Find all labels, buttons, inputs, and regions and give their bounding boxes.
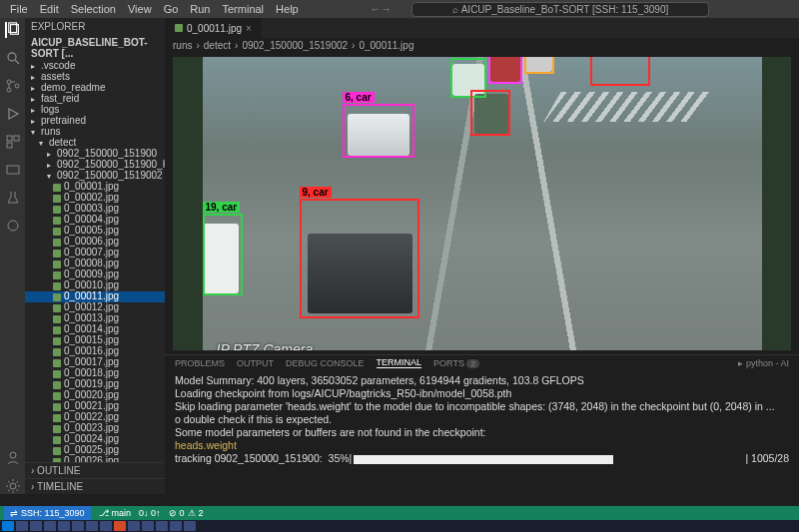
detection-box [590,57,650,86]
bottom-panel: PROBLEMS OUTPUT DEBUG CONSOLE TERMINAL P… [165,354,799,494]
detection-box: 9, car [300,199,419,318]
svg-marker-7 [9,109,18,119]
windows-taskbar [0,520,799,532]
taskbar-item[interactable] [2,521,14,531]
misc-icon[interactable] [5,218,21,234]
outline-section[interactable]: › OUTLINE [25,462,165,478]
extensions-icon[interactable] [5,134,21,150]
tab-ports[interactable]: PORTS 2 [433,358,479,368]
svg-rect-10 [7,143,12,148]
remote-indicator[interactable]: ⇌ SSH: 115_3090 [4,506,91,520]
svg-point-12 [8,221,18,231]
command-search[interactable]: ⌕ AICUP_Baseline_BoT-SORT [SSH: 115_3090… [411,2,709,17]
image-preview: 2022-09-02 1... IP PTZ Camera 9, car6, c… [173,57,791,350]
menu-help[interactable]: Help [270,3,305,15]
menu-bar: File Edit Selection View Go Run Terminal… [0,0,799,18]
svg-point-14 [10,483,16,489]
svg-point-4 [7,80,11,84]
terminal-output[interactable]: Model Summary: 400 layers, 36503052 para… [165,370,799,494]
camera-label: IP PTZ Camera [217,341,314,350]
debug-icon[interactable] [5,106,21,122]
detection-box: 19, car [203,214,243,295]
editor-tabs: 0_00011.jpg × [165,18,799,38]
explorer-sidebar: EXPLORER AICUP_BASELINE_BOT-SORT [... .v… [25,18,165,494]
status-bar: ⇌ SSH: 115_3090 ⎇ main 0↓ 0↑ ⊘ 0 ⚠ 2 [0,506,799,520]
taskbar-item[interactable] [30,521,42,531]
sync-indicator[interactable]: 0↓ 0↑ [139,508,161,518]
detection-label: 9, car [300,187,332,198]
menu-edit[interactable]: Edit [34,3,65,15]
file-tree: .vscodeassetsdemo_readmefast_reidlogspre… [25,61,165,462]
detection-label: 6, car [343,92,375,103]
svg-line-3 [15,60,19,64]
nav-back-icon[interactable]: ← [370,3,381,15]
tab-output[interactable]: OUTPUT [237,358,274,368]
menu-run[interactable]: Run [184,3,216,15]
tab-debug[interactable]: DEBUG CONSOLE [286,358,365,368]
detection-box: 20, car [488,57,522,84]
taskbar-item[interactable] [184,521,196,531]
files-icon[interactable] [5,22,21,38]
svg-point-6 [15,84,19,88]
menu-go[interactable]: Go [158,3,185,15]
tab-problems[interactable]: PROBLEMS [175,358,225,368]
breadcrumb[interactable]: runs›detect›0902_150000_1519002›0_00011.… [165,38,799,53]
detection-box: 18, car [524,57,554,74]
close-icon[interactable]: × [246,23,252,34]
detection-image: 2022-09-02 1... IP PTZ Camera 9, car6, c… [203,57,762,350]
nav-forward-icon[interactable]: → [381,3,392,15]
panel-tabs: PROBLEMS OUTPUT DEBUG CONSOLE TERMINAL P… [165,355,799,370]
project-header[interactable]: AICUP_BASELINE_BOT-SORT [... [25,35,165,61]
svg-rect-9 [14,136,19,141]
beaker-icon[interactable] [5,190,21,206]
menu-terminal[interactable]: Terminal [217,3,271,15]
branch-indicator[interactable]: ⎇ main [99,508,132,518]
taskbar-item[interactable] [72,521,84,531]
detection-label: 19, car [203,202,241,213]
scm-icon[interactable] [5,78,21,94]
menu-file[interactable]: File [4,3,34,15]
crosswalk [543,92,710,122]
svg-point-5 [7,88,11,92]
gear-icon[interactable] [5,478,21,494]
taskbar-item[interactable] [142,521,154,531]
svg-point-13 [10,452,16,458]
taskbar-item[interactable] [58,521,70,531]
account-icon[interactable] [5,450,21,466]
search-icon[interactable] [5,50,21,66]
taskbar-item[interactable] [128,521,140,531]
taskbar-item[interactable] [44,521,56,531]
taskbar-item[interactable] [170,521,182,531]
detection-box: 6, car [343,104,414,158]
image-file-icon [175,24,183,32]
taskbar-item[interactable] [16,521,28,531]
tab-label: 0_00011.jpg [187,23,242,34]
tab-terminal[interactable]: TERMINAL [377,357,422,368]
remote-icon[interactable] [5,162,21,178]
folder-item[interactable]: runs [25,127,165,138]
tab-active[interactable]: 0_00011.jpg × [165,18,263,38]
editor-area: 0_00011.jpg × runs›detect›0902_150000_15… [165,18,799,494]
svg-rect-11 [7,166,19,174]
taskbar-item[interactable] [100,521,112,531]
svg-rect-8 [7,136,12,141]
timeline-section[interactable]: › TIMELINE [25,478,165,494]
menu-view[interactable]: View [122,3,158,15]
search-icon: ⌕ [452,4,458,15]
svg-point-2 [8,53,16,61]
activity-bar [0,18,25,494]
menu-selection[interactable]: Selection [65,3,122,15]
taskbar-item[interactable] [156,521,168,531]
errors-indicator[interactable]: ⊘ 0 ⚠ 2 [169,508,204,518]
explorer-title: EXPLORER [25,18,165,35]
detection-box [470,90,510,136]
terminal-kernel[interactable]: ▸ python - AI [738,358,789,368]
taskbar-item[interactable] [86,521,98,531]
taskbar-item[interactable] [114,521,126,531]
